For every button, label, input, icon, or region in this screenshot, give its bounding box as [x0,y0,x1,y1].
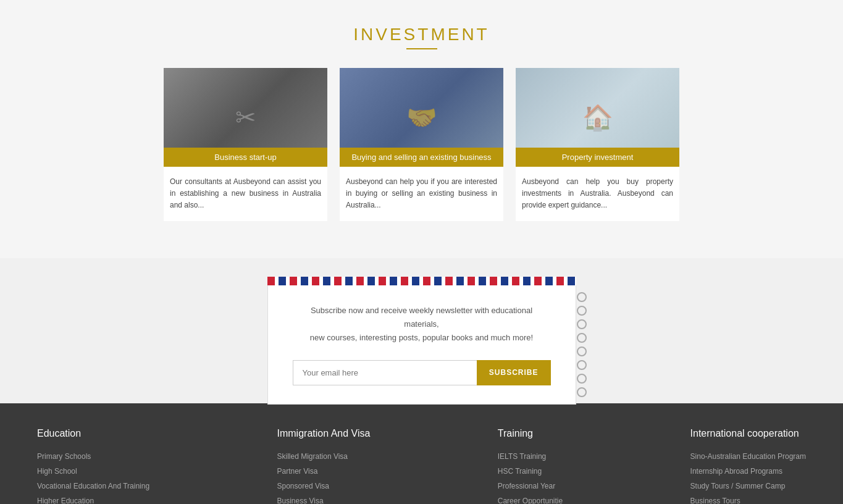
investment-underline [406,48,437,49]
ring-1 [577,292,587,302]
footer-col-training-title: Training [498,428,563,439]
card-text-business-startup: Our consultants at Ausbeyond can assist … [164,167,327,221]
footer-link-ielts[interactable]: IELTS Training [498,452,546,461]
footer-col-immigration-title: Immigration And Visa [277,428,371,439]
ring-6 [577,360,587,370]
footer-col-immigration: Immigration And Visa Skilled Migration V… [277,428,371,504]
ring-3 [577,319,587,329]
footer-link-skilled-migration[interactable]: Skilled Migration Visa [277,452,348,461]
footer-columns: Education Primary Schools High School Vo… [37,428,806,504]
envelope-body: Subscribe now and receive weekly newslet… [267,285,576,405]
footer-col-education-title: Education [37,428,149,439]
card-label-property: Property investment [516,148,679,167]
card-image-property: Property investment [516,68,679,167]
footer-col-education-links: Primary Schools High School Vocational E… [37,450,149,504]
footer: Education Primary Schools High School Vo… [0,403,843,504]
footer-link-primary-schools[interactable]: Primary Schools [37,452,91,461]
footer-link-career-opportunities[interactable]: Career Opportunitie [498,497,563,504]
investment-title: INVESTMENT [12,25,831,44]
newsletter-section: Subscribe now and receive weekly newslet… [0,258,843,403]
envelope-rings [577,285,587,404]
ring-7 [577,374,587,384]
card-text-property: Ausbeyond can help you buy property inve… [516,167,679,221]
footer-link-study-tours[interactable]: Study Tours / Summer Camp [690,482,786,490]
card-image-buying-selling: Buying and selling an existing business [340,68,503,167]
card-business-startup: Business start-up Our consultants at Aus… [164,68,327,221]
ring-5 [577,346,587,356]
ring-2 [577,306,587,316]
subscribe-button[interactable]: SUBSCRIBE [477,360,551,385]
footer-col-international-title: International cooperation [690,428,806,439]
footer-col-training: Training IELTS Training HSC Training Pro… [498,428,563,504]
investment-cards: Business start-up Our consultants at Aus… [82,68,761,221]
footer-link-higher-education[interactable]: Higher Education [37,497,94,504]
footer-link-vocational-education[interactable]: Vocational Education And Training [37,482,149,490]
footer-link-high-school[interactable]: High School [37,467,77,476]
ring-4 [577,333,587,343]
card-image-business-startup: Business start-up [164,68,327,167]
footer-link-partner-visa[interactable]: Partner Visa [277,467,318,476]
footer-link-business-tours[interactable]: Business Tours [690,497,740,504]
email-input[interactable] [293,360,477,385]
footer-col-education: Education Primary Schools High School Vo… [37,428,149,504]
investment-section: INVESTMENT Business start-up Our consult… [0,0,843,258]
envelope-wrapper: Subscribe now and receive weekly newslet… [267,277,576,405]
footer-col-international: International cooperation Sino-Australia… [690,428,806,504]
footer-col-immigration-links: Skilled Migration Visa Partner Visa Spon… [277,450,371,504]
card-property-investment: Property investment Ausbeyond can help y… [516,68,679,221]
footer-link-internship-abroad[interactable]: Internship Abroad Programs [690,467,782,476]
footer-link-professional-year[interactable]: Professional Year [498,482,555,490]
ring-8 [577,387,587,397]
newsletter-description: Subscribe now and receive weekly newslet… [293,304,551,345]
footer-col-training-links: IELTS Training HSC Training Professional… [498,450,563,504]
card-buying-selling: Buying and selling an existing business … [340,68,503,221]
envelope-border-top [267,277,576,285]
card-label-buying-selling: Buying and selling an existing business [340,148,503,167]
footer-link-hsc[interactable]: HSC Training [498,467,542,476]
footer-col-international-links: Sino-Australian Education Program Intern… [690,450,806,504]
footer-link-sino-australian[interactable]: Sino-Australian Education Program [690,452,806,461]
newsletter-form: SUBSCRIBE [293,360,551,385]
card-label-business-startup: Business start-up [164,148,327,167]
card-text-buying-selling: Ausbeyond can help you if you are intere… [340,167,503,221]
footer-link-business-visa[interactable]: Business Visa [277,497,324,504]
footer-link-sponsored-visa[interactable]: Sponsored Visa [277,482,330,490]
